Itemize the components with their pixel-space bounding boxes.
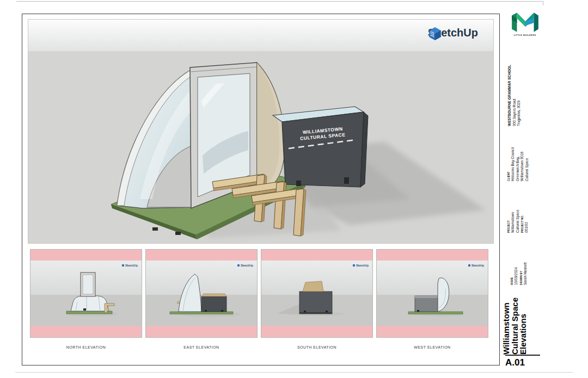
sheet-title-line: Cultural Space [511, 292, 519, 355]
building-dark-box: WILLIAMSTOWN CULTURAL SPACE [273, 107, 368, 187]
office-address-2: Truganina, 3029 [517, 71, 522, 126]
sketchup-watermark: SketchUp [237, 264, 253, 267]
north-elevation-drawing [30, 250, 142, 338]
model-3d-drawing: WILLIAMSTOWN CULTURAL SPACE [28, 20, 494, 244]
project-number: 001/01 [524, 189, 529, 233]
elevation-panel-south: SketchUp [261, 249, 373, 338]
elevation-panel-east: SketchUp [145, 249, 258, 338]
school-logo [510, 11, 540, 33]
titleblock-client: CLIENT Hobsons Bay Council Greenwich Bay… [507, 127, 529, 181]
elevation-panel-west: SketchUp [376, 249, 488, 338]
client-line: Greenwich Bay, [516, 127, 520, 181]
office-name: WESTBOURNE GRAMMAR SCHOOL [507, 71, 512, 126]
project-line: Williamstown [511, 189, 516, 233]
elevation-label-north: NORTH ELEVATION [30, 345, 142, 349]
office-address-1: 300 Sayers Road [512, 71, 517, 126]
elevation-label-east: EAST ELEVATION [145, 345, 258, 349]
client-line: Cultural Space [525, 127, 530, 181]
main-3d-viewport: WILLIAMSTOWN CULTURAL SPACE [28, 19, 494, 244]
sketchup-watermark-icon [468, 264, 470, 267]
sheet-page: WILLIAMSTOWN CULTURAL SPACE [22, 14, 500, 365]
client-line: Williamstown 3016 [520, 127, 525, 181]
screenshot-root: WILLIAMSTOWN CULTURAL SPACE [0, 0, 588, 378]
bottom-rule [15, 372, 573, 373]
drawn-by-value: Sarah Hannett [523, 234, 528, 285]
sketchup-watermark: SketchUp [353, 264, 369, 267]
sketchup-watermark: SketchUp [122, 264, 138, 267]
top-rule-tick [543, 1, 543, 5]
issue-date: 10/09/2024 [514, 234, 519, 285]
elevation-panel-north: SketchUp [30, 249, 142, 338]
elevation-label-south: SOUTH ELEVATION [261, 345, 373, 349]
sketchup-watermark-icon [122, 264, 124, 267]
south-elevation-drawing [261, 250, 373, 338]
east-elevation-drawing [146, 250, 258, 338]
titleblock-office: WESTBOURNE GRAMMAR SCHOOL 300 Sayers Roa… [507, 71, 522, 126]
sketchup-logo: SketchUp [428, 27, 478, 39]
client-line: Hobsons Bay Council [511, 127, 516, 181]
titleblock-project: PROJECT Williamstown Cultural Space PROJ… [507, 189, 529, 233]
sketchup-watermark-icon [353, 264, 355, 267]
sketchup-watermark: SketchUp [468, 264, 484, 267]
top-rule [16, 1, 543, 2]
school-logo-caption: LITTLE BUILDERS [505, 34, 544, 36]
sheet-title-line: Elevations [519, 292, 528, 355]
project-line: Cultural Space [516, 189, 520, 233]
sheet-title: Williamstown Cultural Space Elevations [502, 292, 528, 355]
west-elevation-drawing [377, 250, 488, 338]
elevation-label-west: WEST ELEVATION [376, 345, 488, 349]
sketchup-logo-icon [428, 27, 442, 41]
sketchup-watermark-icon [237, 264, 240, 267]
building-curved-fin [257, 63, 285, 184]
titleblock-issue: ISSUE 10/09/2024 DRAWN BY Sarah Hannett [511, 234, 528, 285]
sheet-number: A.01 [505, 355, 540, 368]
sheet-title-line: Williamstown [502, 292, 511, 355]
